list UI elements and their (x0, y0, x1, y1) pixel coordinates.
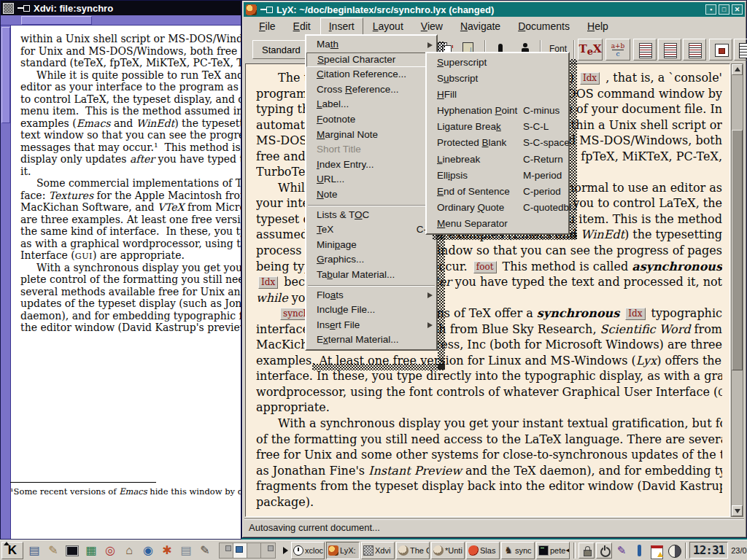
documents-icon[interactable]: ▤ (177, 542, 195, 559)
tex-mode-icon[interactable]: TeX (578, 39, 603, 61)
menu-item-minipage[interactable]: Minipage (306, 238, 436, 253)
lyx-vscroll-thumb[interactable] (732, 130, 743, 370)
submenu-item-subscript[interactable]: Subscript (427, 71, 568, 87)
xdvi-vertical-scrollbar[interactable] (1, 26, 11, 539)
maximize-button[interactable]: □ (719, 4, 729, 15)
menu-item-label[interactable]: Label... (306, 97, 436, 112)
moon-icon[interactable] (666, 542, 682, 559)
task-button-slas[interactable]: Slas (466, 542, 500, 559)
power-icon[interactable] (596, 542, 612, 559)
display-settings-icon[interactable]: ▦ (82, 542, 100, 559)
help-icon[interactable]: ◎ (101, 542, 119, 559)
menubar-item-file[interactable]: File (251, 18, 284, 34)
kbar-icon[interactable] (631, 542, 647, 559)
menu-item-citation-reference[interactable]: Citation Reference... (306, 67, 436, 82)
menu-item-special-character[interactable]: Special Character (306, 52, 436, 68)
editor-icon[interactable]: ✎ (196, 542, 214, 559)
pager-desktop-2[interactable] (233, 543, 247, 558)
pager-window (268, 545, 274, 551)
xdvi-hscroll-thumb[interactable] (21, 16, 92, 25)
menu-item-insert-file[interactable]: Insert File (306, 318, 436, 333)
submenu-item-linebreak[interactable]: LinebreakC-Return (427, 152, 568, 168)
k-menu-button[interactable]: K (1, 542, 23, 559)
menu-item-math[interactable]: Math (306, 37, 436, 52)
inset-idx[interactable]: Idx (258, 276, 278, 289)
menubar-item-insert[interactable]: Insert (320, 18, 363, 35)
web-browser-icon[interactable]: ◉ (139, 542, 157, 559)
terminal-icon[interactable] (63, 542, 81, 559)
xdvi-vscroll-thumb[interactable] (1, 27, 10, 123)
task-button-xdvi[interactable]: Xdvi (361, 542, 395, 559)
task-button-lyx[interactable]: LyX: (326, 542, 360, 559)
submenu-item-ellipsis[interactable]: EllipsisM-period (427, 168, 568, 184)
submenu-item-superscript[interactable]: Superscript (427, 55, 568, 71)
menu-separator (306, 283, 436, 288)
math-mode-icon[interactable]: a+bc (605, 39, 630, 61)
insert-margin-icon[interactable] (658, 39, 681, 61)
home-folder-icon[interactable]: ⌂ (120, 542, 138, 559)
pager-desktop-4[interactable] (261, 543, 275, 558)
submenu-item-ordinary-quote[interactable]: Ordinary QuoteC-quotedbl (427, 200, 568, 216)
submenu-item-ligature-break[interactable]: Ligature BreakS-C-L (427, 119, 568, 135)
taskbar-extender-icon[interactable] (283, 547, 288, 554)
xdvi-titlebar[interactable]: Xdvi: file:synchro (1, 1, 241, 15)
inset-idx[interactable]: Idx (625, 308, 645, 320)
minimize-button[interactable]: ▪ (705, 4, 716, 15)
task-button-pete[interactable]: pete◀ (536, 542, 570, 559)
menu-item-graphics[interactable]: Graphics... (306, 252, 436, 268)
pager-desktop-3[interactable] (247, 543, 261, 558)
date-label[interactable]: 23/03/03 (731, 546, 747, 555)
submenu-item-end-of-sentence[interactable]: End of SentenceC-period (427, 184, 568, 200)
menu-item-floats[interactable]: Floats (306, 288, 436, 303)
lyx-titlebar[interactable]: LyX: ~/doc/beginlatex/src/synchro.lyx (c… (244, 2, 745, 17)
menu-item-external-material[interactable]: External Material... (306, 332, 436, 348)
organizer-icon[interactable] (649, 542, 665, 559)
kde-gear-icon[interactable]: ✱ (158, 542, 176, 559)
doc-line: wordprocessor, using the font controls o… (256, 384, 722, 400)
inset-foot[interactable]: foot (473, 261, 497, 273)
menubar-item-documents[interactable]: Documents (510, 18, 578, 34)
menu-item-note[interactable]: Note (306, 187, 436, 203)
task-button-unti[interactable]: *Unti (431, 542, 465, 559)
menu-item-short-title[interactable]: Short Title (306, 142, 436, 158)
menu-item-footnote[interactable]: Footnote (306, 112, 436, 128)
lock-icon[interactable] (578, 542, 595, 559)
task-button-the-g[interactable]: The G (396, 542, 430, 559)
menubar-item-help[interactable]: Help (579, 18, 616, 34)
menu-item-lists-toc[interactable]: Lists & TOC (306, 208, 436, 223)
menu-item-tex[interactable]: TeXC-l (306, 222, 436, 238)
scroll-down-arrow[interactable] (732, 505, 743, 516)
menu-item-label: Math (317, 37, 338, 52)
scroll-up-arrow[interactable] (732, 64, 743, 75)
clock-applet[interactable]: 12:31 (689, 542, 728, 559)
close-button[interactable]: ✕ (732, 4, 743, 15)
menu-item-cross-reference[interactable]: Cross Reference... (306, 82, 436, 98)
window-list-icon[interactable]: ▤ (26, 542, 43, 559)
menubar-item-edit[interactable]: Edit (285, 18, 319, 34)
menu-item-url[interactable]: URL... (306, 172, 436, 187)
xdvi-page[interactable]: within a Unix shell script or MS-DOS/Win… (11, 26, 241, 539)
submenu-item-menu-separator[interactable]: Menu Separator (427, 216, 568, 232)
change-depth-icon[interactable] (683, 39, 706, 61)
xdvi-horizontal-scrollbar[interactable] (1, 15, 241, 26)
menu-item-index-entry[interactable]: Index Entry... (306, 158, 436, 173)
submenu-item-hfill[interactable]: HFill (427, 87, 568, 103)
task-button-sync[interactable]: ♞sync (501, 542, 535, 559)
insert-figure-icon[interactable] (709, 39, 732, 61)
menu-item-tabular-material[interactable]: Tabular Material... (306, 268, 436, 283)
menubar-item-navigate[interactable]: Navigate (452, 18, 508, 34)
menu-item-include-file[interactable]: Include File... (306, 303, 436, 318)
submenu-item-hyphenation-point[interactable]: Hyphenation PointC-minus (427, 103, 568, 119)
insert-table-icon[interactable] (734, 39, 747, 61)
inset-idx[interactable]: Idx (580, 72, 600, 85)
menubar-item-view[interactable]: View (413, 18, 451, 34)
pager-desktop-1[interactable] (220, 543, 233, 558)
desktop-settings-icon[interactable]: ✎ (44, 542, 62, 559)
lyx-vertical-scrollbar[interactable] (731, 63, 743, 517)
menu-item-marginal-note[interactable]: Marginal Note (306, 128, 436, 143)
submenu-item-protected-blank[interactable]: Protected BlankS-C-space (427, 135, 568, 151)
klipper-icon[interactable]: ✎ (614, 542, 630, 559)
menubar-item-layout[interactable]: Layout (365, 18, 411, 34)
insert-footnote-icon[interactable] (633, 39, 657, 61)
task-button-xcloc[interactable]: xcloc (291, 542, 325, 559)
